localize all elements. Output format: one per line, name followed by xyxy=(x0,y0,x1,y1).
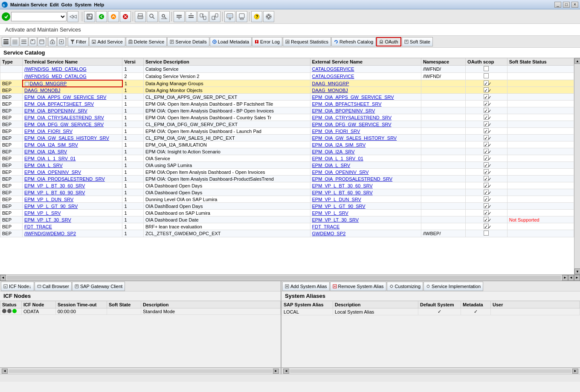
cell-ext-3[interactable]: DAAG_MONOBJ xyxy=(310,87,421,94)
list-view2-btn[interactable] xyxy=(20,37,28,46)
catalog-row-2[interactable]: BEPDAAG_MNGGRP1Data Aging Manage GroupsD… xyxy=(0,80,574,87)
cell-oauth-3[interactable]: ✓ xyxy=(466,87,508,94)
page-up-btn[interactable]: ◄ xyxy=(568,275,574,281)
catalog-row-19[interactable]: BEPEPM_VP_L_DUN_SRV1Dunning Level OIA on… xyxy=(0,196,574,203)
cell-ext-7[interactable]: EPM_OIA_CTRYSALESTREND_SRV xyxy=(310,114,421,121)
cancel-btn[interactable] xyxy=(120,11,131,22)
cell-ext-1[interactable]: CATALOGSERVICE xyxy=(310,73,421,80)
collapse-btn[interactable] xyxy=(186,11,197,22)
catalog-row-11[interactable]: BEPEPM_OIA_I2A_SIM_SRV1EPM_OIA_I2A_SIMUL… xyxy=(0,141,574,148)
h-scroll-thumb[interactable] xyxy=(7,276,561,280)
filter-btn[interactable]: Filter xyxy=(68,37,89,46)
scroll-down-btn[interactable]: ▼ xyxy=(574,268,580,274)
cell-ext-10[interactable]: EPM_OIA_GW_SALES_HISTORY_SRV xyxy=(310,135,421,141)
cell-tech-8[interactable]: EPM_OIA_DFG_GW_SERVICE_SRV xyxy=(23,121,122,128)
minimize-button[interactable]: _ xyxy=(554,2,561,8)
cell-ext-17[interactable]: EPM_VP_L_BT_30_60_SRV xyxy=(310,182,421,189)
cell-oauth-8[interactable]: ✓ xyxy=(466,121,508,128)
cell-oauth-2[interactable]: ✓ xyxy=(466,80,508,87)
find-btn[interactable] xyxy=(147,11,158,22)
cell-ext-22[interactable]: EPM_VP_LT_30_SRV xyxy=(310,216,421,223)
cell-ext-14[interactable]: EPM_OIA_L_SRV xyxy=(310,162,421,169)
oauth-checkbox-12[interactable]: ✓ xyxy=(484,149,489,154)
menu-item-goto[interactable]: Goto xyxy=(61,2,72,7)
command-dropdown[interactable] xyxy=(11,12,67,21)
transfer-up-btn[interactable] xyxy=(197,11,209,22)
catalog-row-0[interactable]: /IWFND/SG_MED_CATALOG1Catalog ServiceCAT… xyxy=(0,66,574,73)
cell-ext-5[interactable]: EPM_OIA_BPFACTSHEET_SRV xyxy=(310,101,421,107)
cell-oauth-16[interactable]: ✓ xyxy=(466,176,508,182)
cell-oauth-6[interactable]: ✓ xyxy=(466,107,508,114)
cell-tech-19[interactable]: EPM_VP_L_DUN_SRV xyxy=(23,196,122,203)
icf-scroll-bar[interactable] xyxy=(9,369,272,373)
cell-tech-1[interactable]: /IWFND/SG_MED_CATALOG xyxy=(23,73,122,80)
cell-tech-21[interactable]: EPM_VP_L_SRV xyxy=(23,210,122,216)
refresh-catalog-btn[interactable]: Refresh Catalog xyxy=(331,37,376,46)
cell-tech-0[interactable]: /IWFND/SG_MED_CATALOG xyxy=(23,66,122,73)
cell-oauth-18[interactable]: ✓ xyxy=(466,189,508,196)
cell-tech-20[interactable]: EPM_VP_L_GT_90_SRV xyxy=(23,203,122,210)
alias-table-row[interactable]: LOCAL Local System Alias ✓ ✓ xyxy=(282,308,580,315)
oauth-checkbox-10[interactable]: ✓ xyxy=(484,135,489,140)
cell-tech-11[interactable]: EPM_OIA_I2A_SIM_SRV xyxy=(23,141,122,148)
list-view-btn[interactable] xyxy=(11,37,19,46)
scroll-left-btn[interactable]: ◄ xyxy=(0,275,6,281)
local-layout-btn[interactable] xyxy=(224,11,235,22)
catalog-row-4[interactable]: BEPEPM_OIA_APPS_GW_SERVICE_SRV1CL_EPM_OI… xyxy=(0,94,574,101)
oauth-checkbox-19[interactable]: ✓ xyxy=(484,196,489,202)
sap-gateway-btn[interactable]: SAP Gateway Client xyxy=(72,282,125,291)
cell-oauth-0[interactable] xyxy=(466,66,508,73)
alias-scroll-left[interactable]: ◄ xyxy=(283,369,289,374)
oauth-checkbox-24[interactable] xyxy=(484,231,489,236)
vertical-scrollbar[interactable]: ▲ ▼ xyxy=(574,58,580,274)
customizing-btn[interactable]: Customizing xyxy=(387,282,423,291)
cell-ext-18[interactable]: EPM_VP_L_BT_60_90_SRV xyxy=(310,189,421,196)
catalog-row-6[interactable]: BEPEPM_OIA_BPOPENINV_SRV1EPM OIA: Open I… xyxy=(0,107,574,114)
cell-ext-15[interactable]: EPM_OIA_OPENINV_SRV xyxy=(310,169,421,176)
catalog-row-21[interactable]: BEPEPM_VP_L_SRV1OIA Dashboard on SAP Lum… xyxy=(0,210,574,216)
help-btn[interactable]: ? xyxy=(251,11,262,22)
cell-tech-4[interactable]: EPM_OIA_APPS_GW_SERVICE_SRV xyxy=(23,94,122,101)
error-log-btn[interactable]: Error Log xyxy=(252,37,282,46)
cell-ext-2[interactable]: DAAG_MNGGRP xyxy=(310,80,421,87)
cell-ext-21[interactable]: EPM_VP_L_SRV xyxy=(310,210,421,216)
cell-tech-23[interactable]: FDT_TRACE xyxy=(23,223,122,230)
catalog-row-7[interactable]: BEPEPM_OIA_CTRYSALESTREND_SRV1EPM OIA: O… xyxy=(0,114,574,121)
catalog-row-14[interactable]: BEPEPM_OIA_L_SRV1OIA using SAP LumiraEPM… xyxy=(0,162,574,169)
cell-tech-14[interactable]: EPM_OIA_L_SRV xyxy=(23,162,122,169)
oauth-checkbox-17[interactable]: ✓ xyxy=(484,183,489,188)
cell-oauth-10[interactable]: ✓ xyxy=(466,135,508,141)
cell-tech-15[interactable]: EPM_OIA_OPENINV_SRV xyxy=(23,169,122,176)
menu-item-help[interactable]: Help xyxy=(94,2,104,7)
layout2-btn[interactable] xyxy=(236,11,247,22)
call-browser-btn[interactable]: Call Browser xyxy=(35,282,72,291)
cell-oauth-14[interactable]: ✓ xyxy=(466,162,508,169)
layout-btn[interactable] xyxy=(38,37,46,46)
cell-tech-16[interactable]: EPM_OIA_PRODSALESTREND_SRV xyxy=(23,176,122,182)
cell-tech-13[interactable]: EPM_OIA_L_1_SRV_01 xyxy=(23,155,122,162)
cell-ext-0[interactable]: CATALOGSERVICE xyxy=(310,66,421,73)
go-back-btn[interactable]: ◁◁ xyxy=(67,11,78,22)
cell-oauth-24[interactable] xyxy=(466,230,508,237)
catalog-row-9[interactable]: BEPEPM_OIA_FIORI_SRV1EPM OIA: Open Item … xyxy=(0,128,574,135)
catalog-row-20[interactable]: BEPEPM_VP_L_GT_90_SRV1OIA DashBoard Open… xyxy=(0,203,574,210)
load-metadata-btn[interactable]: Load Metadata xyxy=(210,37,252,46)
cell-oauth-17[interactable]: ✓ xyxy=(466,182,508,189)
icf-table-row[interactable]: ODATA 00:00:00 Standard Mode xyxy=(0,308,281,315)
oauth-checkbox-11[interactable]: ✓ xyxy=(484,142,489,147)
catalog-row-10[interactable]: BEPEPM_OIA_GW_SALES_HISTORY_SRV1CL_EPM_O… xyxy=(0,135,574,141)
catalog-row-12[interactable]: BEPEPM_OIA_I2A_SRV1EPM OIA: Insight to A… xyxy=(0,148,574,155)
oauth-checkbox-14[interactable]: ✓ xyxy=(484,162,489,167)
cell-tech-3[interactable]: DAAG_MONOBJ xyxy=(23,87,122,94)
cell-ext-19[interactable]: EPM_VP_L_DUN_SRV xyxy=(310,196,421,203)
transfer-down-btn[interactable] xyxy=(209,11,220,22)
cell-tech-5[interactable]: EPM_OIA_BPFACTSHEET_SRV xyxy=(23,101,122,107)
remove-alias-btn[interactable]: Remove System Alias xyxy=(330,282,386,291)
cell-oauth-5[interactable]: ✓ xyxy=(466,101,508,107)
catalog-row-16[interactable]: BEPEPM_OIA_PRODSALESTREND_SRV1EPM OIA: O… xyxy=(0,176,574,182)
up-btn[interactable] xyxy=(108,11,119,22)
oauth-checkbox-22[interactable]: ✓ xyxy=(484,217,489,222)
print-btn[interactable] xyxy=(135,11,146,22)
save-layout-btn[interactable] xyxy=(29,37,37,46)
oauth-checkbox-9[interactable]: ✓ xyxy=(484,128,489,133)
